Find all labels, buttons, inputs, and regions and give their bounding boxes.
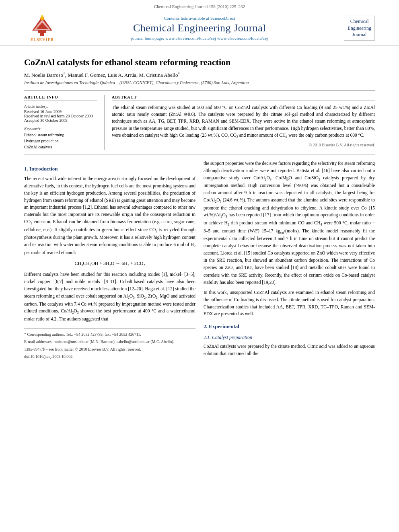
header-inner: ELSEVIER Contents lists available at Sci…: [24, 11, 375, 45]
copyright: © 2010 Elsevier B.V. All rights reserved…: [112, 143, 375, 147]
homepage-url-text[interactable]: www.elsevier.com/locate/cej: [217, 36, 268, 41]
elsevier-tree-icon: [26, 14, 58, 37]
article-body: CoZnAl catalysts for ethanol steam refor…: [0, 45, 399, 369]
contents-text: Contents lists available at: [164, 16, 209, 21]
revised-date: Received in revised form 28 October 2009: [24, 114, 97, 118]
left-column: 1. Introduction The recent world-wide in…: [24, 160, 195, 361]
right-column: the support properties were the decisive…: [204, 160, 375, 361]
page: Chemical Engineering Journal 158 (2010) …: [0, 0, 399, 532]
abstract-title: ABSTRACT: [112, 95, 375, 101]
introduction-heading: 1. Introduction: [24, 165, 195, 173]
homepage-url[interactable]: www.elsevier.com/locate/cej: [165, 36, 216, 41]
affiliation: Instituto de Investigaciones en Tecnolog…: [24, 80, 375, 85]
footnote-doi: doi:10.1016/j.cej.2009.10.064: [24, 353, 195, 360]
right-para-2: In this work, unsupported CoZnAl catalys…: [204, 289, 375, 318]
footnote-emails: E-mail addresses: mnbarro@unsl.edu.ar (M…: [24, 339, 195, 345]
journal-meta-text: Chemical Engineering Journal 158 (2010) …: [154, 4, 245, 9]
keyword-1: Ethanol steam reforming: [24, 132, 97, 138]
info-abstract-section: ARTICLE INFO Article history: Received 1…: [24, 90, 375, 154]
footnote-corresponding: * Corresponding authors. Tel.: +54 2652 …: [24, 331, 195, 338]
received-date: Received 16 June 2009: [24, 109, 97, 114]
footnote-section: * Corresponding authors. Tel.: +54 2652 …: [24, 329, 195, 360]
elsevier-logo: ELSEVIER: [24, 14, 60, 42]
journal-title-center: Contents lists available at ScienceDirec…: [60, 16, 339, 41]
history-label: Article history:: [24, 104, 97, 109]
authors: M. Noelia Barroso*, Manuel F. Gomez, Lui…: [24, 72, 375, 78]
article-info-title: ARTICLE INFO: [24, 95, 97, 101]
keywords-label: Keywords:: [24, 127, 97, 131]
catalyst-prep-heading: 2.1. Catalyst preparation: [204, 334, 375, 341]
experimental-heading: 2. Experimental: [204, 322, 375, 331]
footnote-issn: 1385-8947/$ – see front matter © 2010 El…: [24, 346, 195, 353]
abstract-section: ABSTRACT The ethanol steam reforming was…: [105, 95, 375, 150]
right-para-1: the support properties were the decisive…: [204, 160, 375, 286]
keywords-section: Keywords: Ethanol steam reforming Hydrog…: [24, 127, 97, 150]
article-info: ARTICLE INFO Article history: Received 1…: [24, 95, 105, 150]
svg-point-6: [41, 15, 43, 19]
journal-main-title: Chemical Engineering Journal: [60, 22, 339, 34]
homepage-label: journal homepage:: [131, 36, 164, 41]
accepted-date: Accepted 30 October 2009: [24, 118, 97, 123]
sciencedirect-link[interactable]: ScienceDirect: [210, 16, 235, 21]
journal-meta-top: Chemical Engineering Journal 158 (2010) …: [24, 4, 375, 9]
intro-para-2: Different catalysts have been studied fo…: [24, 271, 195, 322]
elsevier-label: ELSEVIER: [31, 37, 54, 42]
journal-header: Chemical Engineering Journal 158 (2010) …: [0, 0, 399, 45]
keyword-3: CoZnAl catalysts: [24, 144, 97, 150]
journal-logo-box: ChemicalEngineeringJournal: [344, 16, 375, 41]
homepage-line: journal homepage: www.elsevier.com/locat…: [60, 36, 339, 41]
intro-para-1: The recent world-wide interest in the en…: [24, 175, 195, 257]
keyword-2: Hydrogen production: [24, 138, 97, 144]
abstract-text: The ethanol steam reforming was studied …: [112, 104, 375, 140]
svg-rect-0: [40, 33, 44, 36]
article-title: CoZnAl catalysts for ethanol steam refor…: [24, 57, 375, 68]
contents-available-line: Contents lists available at ScienceDirec…: [60, 16, 339, 21]
two-column-body: 1. Introduction The recent world-wide in…: [24, 160, 375, 361]
journal-logo-right: ChemicalEngineeringJournal: [339, 16, 375, 41]
chemical-equation: CH3CH2OH + 3H2O → 6H2 + 2CO2: [24, 260, 195, 268]
right-para-3: CoZnAl catalysts were prepared by the ci…: [204, 343, 375, 357]
